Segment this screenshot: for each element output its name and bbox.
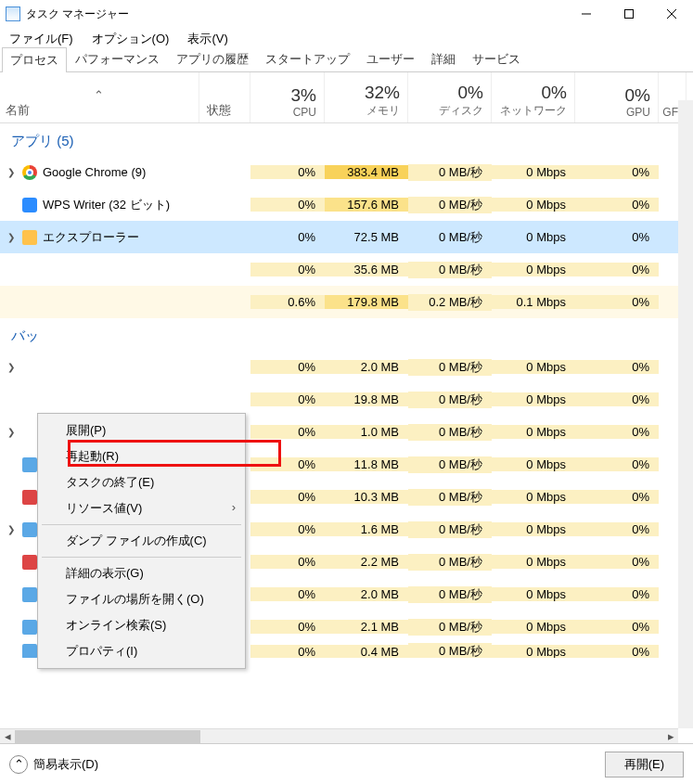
horizontal-scrollbar[interactable]: ◂ ▸ (0, 728, 678, 743)
table-row-selected[interactable]: ❯エクスプローラー 0% 72.5 MB 0 MB/秒 0 Mbps 0% (0, 221, 693, 253)
ctx-separator (42, 557, 241, 558)
chrome-icon (22, 165, 37, 180)
process-list: アプリ (5) ❯Google Chrome (9) 0% 383.4 MB 0… (0, 123, 693, 658)
tab-processes[interactable]: プロセス (2, 47, 67, 72)
header-gpu[interactable]: 0%GPU (575, 72, 659, 122)
app-icon (22, 644, 37, 658)
footer: ⌃ 簡易表示(D) 再開(E) (0, 743, 693, 784)
header-cpu[interactable]: 3%CPU (250, 72, 325, 122)
scroll-thumb[interactable] (15, 730, 200, 743)
tab-users[interactable]: ユーザー (358, 46, 423, 71)
scroll-right-icon[interactable]: ▸ (663, 729, 678, 744)
ctx-expand[interactable]: 展開(P) (38, 418, 245, 443)
process-name: Google Chrome (9) (43, 165, 146, 179)
chevron-right-icon[interactable]: ❯ (6, 232, 17, 242)
baidu-icon (22, 555, 37, 570)
ctx-properties[interactable]: プロパティ(I) (38, 638, 245, 664)
app-icon (22, 620, 37, 635)
group-apps: アプリ (5) (0, 123, 693, 156)
header-name[interactable]: ⌃ 名前 (0, 72, 199, 122)
table-row[interactable]: ❯WPS Writer (32 ビット) 0% 157.6 MB 0 MB/秒 … (0, 188, 693, 221)
minimize-button[interactable] (565, 0, 608, 28)
process-name: エクスプローラー (43, 229, 139, 246)
cpu-cell: 0% (250, 165, 325, 179)
chevron-right-icon[interactable]: ❯ (6, 362, 17, 372)
ctx-open-location[interactable]: ファイルの場所を開く(O) (38, 586, 245, 612)
ctx-endtask[interactable]: タスクの終了(E) (38, 469, 245, 495)
chevron-right-icon[interactable]: ❯ (6, 524, 17, 534)
wps-icon (22, 198, 37, 212)
tab-details[interactable]: 詳細 (423, 46, 464, 71)
disk-cell: 0 MB/秒 (408, 164, 492, 181)
table-row[interactable]: ❯ 0% 2.0 MB 0 MB/秒 0 Mbps 0% (0, 351, 693, 383)
table-row[interactable]: ❯ 0% 19.8 MB 0 MB/秒 0 Mbps 0% (0, 383, 693, 416)
app-icon (6, 6, 20, 21)
window-title: タスク マネージャー (26, 6, 565, 22)
chevron-right-icon[interactable]: ❯ (6, 167, 17, 177)
ctx-goto-details[interactable]: 詳細の表示(G) (38, 560, 245, 586)
process-name: WPS Writer (32 ビット) (43, 197, 170, 213)
fewer-details-label: 簡易表示(D) (33, 756, 98, 773)
maximize-button[interactable] (608, 0, 650, 28)
table-row[interactable]: ❯Google Chrome (9) 0% 383.4 MB 0 MB/秒 0 … (0, 156, 693, 188)
ctx-separator (42, 524, 241, 525)
table-row[interactable]: 0.6% 179.8 MB 0.2 MB/秒 0.1 Mbps 0% (0, 286, 693, 318)
header-disk[interactable]: 0%ディスク (408, 72, 492, 122)
svg-rect-1 (625, 10, 634, 19)
ctx-resource-values[interactable]: リソース値(V) (38, 495, 245, 521)
chevron-up-icon: ⌃ (9, 755, 28, 774)
context-menu: 展開(P) 再起動(R) タスクの終了(E) リソース値(V) ダンプ ファイル… (37, 413, 246, 669)
header-network[interactable]: 0%ネットワーク (492, 72, 575, 122)
header-status[interactable]: 状態 (199, 72, 250, 122)
folder-icon (22, 230, 37, 245)
baidu-icon (22, 490, 37, 505)
ctx-search-online[interactable]: オンライン検索(S) (38, 612, 245, 638)
restart-button[interactable]: 再開(E) (605, 752, 684, 778)
tab-apphistory[interactable]: アプリの履歴 (168, 46, 257, 71)
tab-performance[interactable]: パフォーマンス (67, 46, 168, 71)
sort-indicator: ⌃ (6, 84, 191, 102)
grid-header: ⌃ 名前 状態 3%CPU 32%メモリ 0%ディスク 0%ネットワーク 0%G… (0, 72, 693, 123)
ctx-restart[interactable]: 再起動(R) (38, 443, 245, 469)
app-icon (22, 522, 37, 537)
scroll-left-icon[interactable]: ◂ (0, 729, 15, 744)
app-icon (22, 587, 37, 602)
header-status-label: 状態 (207, 102, 242, 119)
table-row[interactable]: 0% 35.6 MB 0 MB/秒 0 Mbps 0% (0, 253, 693, 286)
group-background: バッ (0, 318, 693, 351)
titlebar: タスク マネージャー (0, 0, 693, 28)
close-button[interactable] (650, 0, 693, 28)
ctx-create-dump[interactable]: ダンプ ファイルの作成(C) (38, 528, 245, 554)
fewer-details-button[interactable]: ⌃ 簡易表示(D) (9, 755, 98, 774)
chevron-right-icon[interactable]: ❯ (6, 427, 17, 437)
net-cell: 0 Mbps (492, 165, 575, 179)
header-name-label: 名前 (6, 102, 30, 119)
mem-cell: 383.4 MB (325, 165, 408, 179)
vertical-scrollbar[interactable] (678, 100, 693, 728)
header-memory[interactable]: 32%メモリ (325, 72, 408, 122)
tab-services[interactable]: サービス (464, 46, 529, 71)
gpu-cell: 0% (575, 165, 659, 179)
app-icon (22, 457, 37, 472)
tabs: プロセス パフォーマンス アプリの履歴 スタートアップ ユーザー 詳細 サービス (0, 50, 693, 72)
tab-startup[interactable]: スタートアップ (257, 46, 358, 71)
